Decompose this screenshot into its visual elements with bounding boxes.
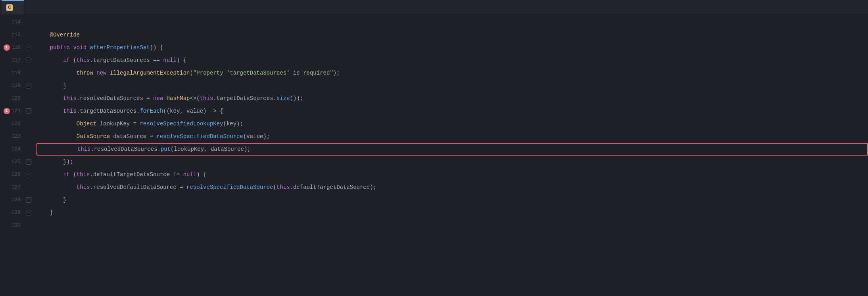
token-kw: null bbox=[163, 54, 177, 67]
token-kw: this bbox=[77, 168, 90, 181]
token-annotation: @Override bbox=[36, 29, 80, 41]
fold-icon[interactable]: − bbox=[26, 159, 31, 165]
line-number-row: 1116 bbox=[3, 41, 21, 54]
line-number: 128 bbox=[12, 194, 21, 206]
code-area: 1141151116117118119120112112212312412512… bbox=[0, 14, 868, 296]
token-plain bbox=[36, 105, 63, 117]
line-number: 117 bbox=[12, 54, 21, 67]
gutter-row bbox=[24, 117, 33, 130]
line-number: 127 bbox=[12, 181, 21, 194]
token-plain: ( bbox=[70, 168, 77, 181]
fold-icon[interactable]: − bbox=[26, 58, 31, 63]
token-kw: this bbox=[63, 92, 77, 105]
line-number-row: 120 bbox=[3, 92, 21, 105]
fold-icon[interactable]: − bbox=[26, 172, 31, 177]
line-number: 122 bbox=[12, 117, 21, 130]
fold-icon[interactable]: − bbox=[26, 45, 31, 50]
token-plain: ) { bbox=[196, 168, 206, 181]
line-number: 129 bbox=[12, 206, 21, 219]
token-kw: new bbox=[153, 92, 163, 105]
code-content: @Override public void afterPropertiesSet… bbox=[33, 16, 868, 296]
gutter-row: − bbox=[24, 156, 33, 168]
token-fn: forEach bbox=[140, 105, 163, 117]
token-plain bbox=[36, 92, 63, 105]
token-kw: this bbox=[77, 143, 91, 156]
line-number-row: 114 bbox=[3, 16, 21, 29]
token-str: "Property 'targetDataSources' is require… bbox=[193, 67, 333, 79]
token-plain bbox=[163, 92, 166, 105]
line-number-row: 119 bbox=[3, 79, 21, 92]
token-plain bbox=[36, 41, 50, 54]
code-line: throw new IllegalArgumentException("Prop… bbox=[36, 67, 868, 79]
gutter-row bbox=[24, 92, 33, 105]
token-plain: ) { bbox=[177, 54, 186, 67]
token-kw: if bbox=[63, 168, 70, 181]
code-line: this.resolvedDefaultDataSource = resolve… bbox=[36, 181, 868, 194]
token-plain: (value); bbox=[243, 130, 270, 143]
token-plain: }); bbox=[36, 156, 73, 168]
token-plain: .targetDataSources. bbox=[213, 92, 277, 105]
gutter-row bbox=[24, 181, 33, 194]
tab-bar: C bbox=[0, 0, 868, 14]
fold-icon[interactable]: − bbox=[26, 210, 31, 215]
line-number-row: 130 bbox=[3, 219, 21, 232]
token-plain: .targetDataSources. bbox=[77, 105, 140, 117]
token-kw: this bbox=[77, 181, 90, 194]
token-plain: ( bbox=[273, 181, 277, 194]
token-plain: ((key, value) -> { bbox=[163, 105, 223, 117]
token-plain bbox=[36, 168, 63, 181]
gutter: −−−−−−−− bbox=[24, 16, 33, 296]
token-plain: lookupKey = bbox=[96, 117, 140, 130]
gutter-row bbox=[24, 67, 33, 79]
token-plain: <>( bbox=[190, 92, 200, 105]
token-plain: (key); bbox=[223, 117, 243, 130]
token-plain: ); bbox=[333, 67, 340, 79]
editor-tab[interactable]: C bbox=[2, 0, 24, 14]
token-plain: } bbox=[36, 194, 67, 206]
line-number: 118 bbox=[12, 67, 21, 79]
token-fn: resolveSpecifiedDataSource bbox=[156, 130, 243, 143]
gutter-row: − bbox=[24, 41, 33, 54]
token-type: DataSource bbox=[77, 130, 110, 143]
line-number: 130 bbox=[12, 219, 21, 232]
code-line: DataSource dataSource = resolveSpecified… bbox=[36, 130, 868, 143]
token-plain bbox=[36, 117, 77, 130]
token-kw: public bbox=[50, 41, 70, 54]
code-line: this.resolvedDataSources = new HashMap<>… bbox=[36, 92, 868, 105]
token-plain: .resolvedDefaultDataSource = bbox=[90, 181, 186, 194]
line-number-row: 115 bbox=[3, 29, 21, 41]
fold-icon[interactable]: − bbox=[26, 83, 31, 88]
line-number-row: 126 bbox=[3, 168, 21, 181]
gutter-row: − bbox=[24, 168, 33, 181]
line-number: 114 bbox=[12, 16, 21, 29]
gutter-row: − bbox=[24, 54, 33, 67]
token-plain bbox=[86, 41, 90, 54]
gutter-row: − bbox=[24, 194, 33, 206]
line-number-row: 127 bbox=[3, 181, 21, 194]
token-plain: .defaultTargetDataSource != bbox=[90, 168, 183, 181]
code-line bbox=[36, 16, 868, 29]
fold-icon[interactable]: − bbox=[26, 108, 31, 114]
gutter-row bbox=[24, 16, 33, 29]
gutter-row: − bbox=[24, 105, 33, 117]
line-number-row: 129 bbox=[3, 206, 21, 219]
code-line: Object lookupKey = resolveSpecifiedLooku… bbox=[36, 117, 868, 130]
token-plain bbox=[106, 67, 109, 79]
line-number: 125 bbox=[12, 156, 21, 168]
line-number: 116 bbox=[12, 41, 21, 54]
token-kw: void bbox=[73, 41, 86, 54]
fold-icon[interactable]: − bbox=[26, 197, 31, 203]
token-plain: ()); bbox=[290, 92, 303, 105]
token-plain bbox=[36, 54, 63, 67]
token-plain: dataSource = bbox=[110, 130, 157, 143]
token-plain: .resolvedDataSources = bbox=[77, 92, 153, 105]
token-plain: .resolvedDataSources. bbox=[90, 143, 160, 156]
token-plain bbox=[70, 41, 73, 54]
token-kw-orange: throw bbox=[77, 67, 93, 79]
editor-container: C 11411511161171181191201121122123124125… bbox=[0, 0, 868, 296]
gutter-row: − bbox=[24, 79, 33, 92]
code-line: } bbox=[36, 206, 868, 219]
token-plain: (lookupKey, dataSource); bbox=[171, 143, 251, 156]
token-fn: afterPropertiesSet bbox=[90, 41, 150, 54]
token-plain: .targetDataSources == bbox=[90, 54, 163, 67]
